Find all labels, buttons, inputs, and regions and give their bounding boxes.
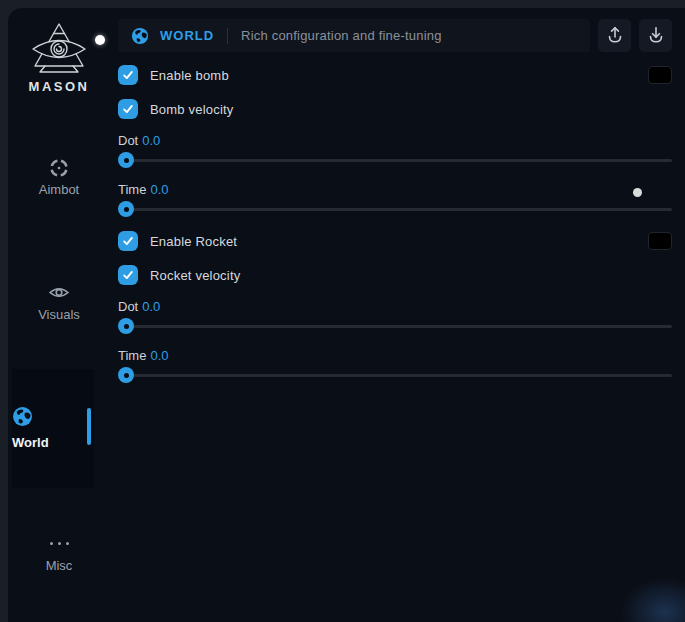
sidebar-item-label: Aimbot (8, 182, 110, 197)
checkbox-enable-rocket[interactable] (118, 231, 138, 251)
slider-handle[interactable] (118, 152, 134, 168)
slider-label: Time (118, 182, 146, 197)
ellipsis-icon (8, 532, 110, 554)
checkbox-label: Enable Rocket (150, 234, 237, 249)
bomb-color-swatch[interactable] (648, 66, 672, 84)
slider-label: Time (118, 348, 146, 363)
active-indicator (87, 408, 91, 445)
globe-icon (131, 27, 149, 45)
header-divider (227, 28, 228, 44)
row-rocket-velocity: Rocket velocity (118, 265, 672, 285)
download-icon (646, 24, 666, 47)
checkbox-label: Bomb velocity (150, 102, 234, 117)
cursor-dot (95, 35, 105, 45)
checkbox-rocket-velocity[interactable] (118, 265, 138, 285)
row-enable-bomb: Enable bomb (118, 65, 672, 85)
slider-label: Dot (118, 133, 138, 148)
controls-panel: Enable bomb Bomb velocity Dot0.0 Time0.0 (118, 65, 672, 397)
row-enable-rocket: Enable Rocket (118, 231, 672, 251)
upload-icon (605, 24, 625, 47)
sidebar-item-visuals[interactable]: Visuals (8, 281, 110, 322)
checkbox-enable-bomb[interactable] (118, 65, 138, 85)
sidebar-item-label: Misc (8, 558, 110, 573)
header-row: WORLD Rich configuration and fine-tuning (118, 19, 672, 52)
download-config-button[interactable] (639, 19, 672, 52)
brand: MASON (8, 20, 110, 94)
rocket-color-swatch[interactable] (648, 232, 672, 250)
slider-value: 0.0 (150, 182, 168, 197)
slider-track[interactable] (118, 152, 672, 168)
slider-handle[interactable] (118, 318, 134, 334)
slider-track[interactable] (118, 367, 672, 383)
sidebar-item-misc[interactable]: Misc (8, 532, 110, 573)
slider-label: Dot (118, 299, 138, 314)
track-line (120, 374, 672, 377)
slider-track[interactable] (118, 318, 672, 334)
slider-value: 0.0 (150, 348, 168, 363)
checkbox-label: Rocket velocity (150, 268, 240, 283)
slider-rocket-dot: Dot0.0 (118, 299, 672, 334)
page-header: WORLD Rich configuration and fine-tuning (118, 19, 590, 52)
row-bomb-velocity: Bomb velocity (118, 99, 672, 119)
slider-handle[interactable] (118, 367, 134, 383)
slider-value: 0.0 (142, 133, 160, 148)
slider-bomb-dot: Dot0.0 (118, 133, 672, 168)
checkbox-bomb-velocity[interactable] (118, 99, 138, 119)
slider-value: 0.0 (142, 299, 160, 314)
cursor-dot (633, 188, 642, 197)
sidebar-item-world[interactable]: World (12, 369, 94, 488)
crosshair-icon (8, 156, 110, 178)
sidebar-item-aimbot[interactable]: Aimbot (8, 156, 110, 197)
slider-bomb-time: Time0.0 (118, 182, 672, 217)
corner-glow (620, 577, 685, 622)
eye-icon (8, 281, 110, 303)
slider-handle[interactable] (118, 201, 134, 217)
track-line (120, 208, 672, 211)
slider-track[interactable] (118, 201, 672, 217)
track-line (120, 159, 672, 162)
page-subtitle: Rich configuration and fine-tuning (241, 28, 441, 43)
upload-config-button[interactable] (598, 19, 631, 52)
sidebar-item-label: Visuals (8, 307, 110, 322)
mason-window: MASON Aimbot Visuals (8, 8, 685, 622)
checkbox-label: Enable bomb (150, 68, 229, 83)
sidebar: MASON Aimbot Visuals (8, 8, 110, 622)
track-line (120, 325, 672, 328)
sidebar-item-label: World (12, 435, 94, 450)
brand-name: MASON (8, 79, 110, 94)
mason-logo-icon (8, 20, 110, 76)
slider-rocket-time: Time0.0 (118, 348, 672, 383)
page-title: WORLD (160, 28, 214, 43)
globe-icon (12, 405, 94, 427)
